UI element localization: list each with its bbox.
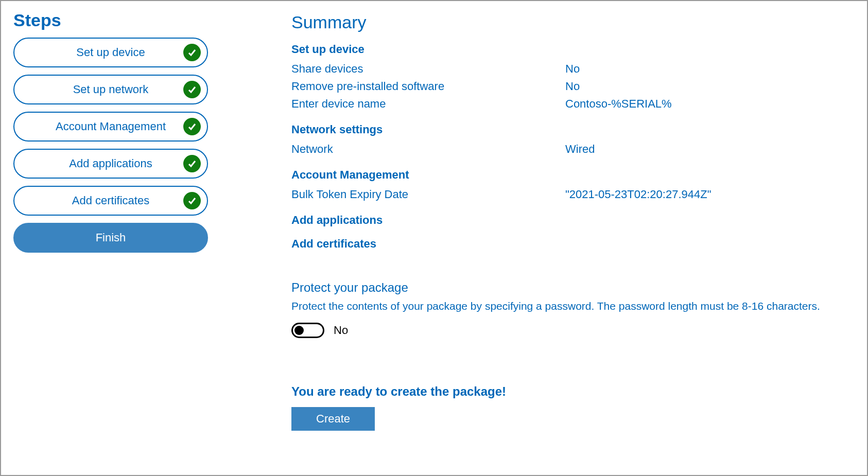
section-network-heading: Network settings xyxy=(291,123,855,136)
step-label: Finish xyxy=(96,231,126,244)
summary-label: Bulk Token Expiry Date xyxy=(291,186,565,203)
step-add-applications[interactable]: Add applications xyxy=(13,149,208,179)
summary-value: Wired xyxy=(565,140,855,158)
step-label: Add applications xyxy=(69,157,152,170)
steps-sidebar: Steps Set up device Set up network Accou… xyxy=(13,10,219,466)
step-label: Add certificates xyxy=(72,194,149,207)
sidebar-title: Steps xyxy=(13,10,219,30)
step-label: Set up device xyxy=(76,46,145,59)
ready-section: You are ready to create the package! Cre… xyxy=(291,384,855,431)
protect-title: Protect your package xyxy=(291,280,855,295)
section-account-heading: Account Management xyxy=(291,168,855,182)
summary-label: Share devices xyxy=(291,60,565,78)
summary-label: Network xyxy=(291,140,565,158)
section-certs-heading: Add certificates xyxy=(291,237,855,251)
toggle-knob xyxy=(294,326,304,335)
step-label: Set up network xyxy=(73,83,149,96)
summary-row: Bulk Token Expiry Date "2021-05-23T02:20… xyxy=(291,186,855,203)
summary-row: Remove pre-installed software No xyxy=(291,78,855,95)
summary-value: Contoso-%SERIAL% xyxy=(565,95,855,113)
create-button[interactable]: Create xyxy=(291,407,375,431)
summary-value: No xyxy=(565,78,855,95)
protect-description: Protect the contents of your package by … xyxy=(291,300,855,312)
summary-value: No xyxy=(565,60,855,78)
check-icon xyxy=(183,81,201,98)
step-label: Account Management xyxy=(56,120,166,133)
summary-value: "2021-05-23T02:20:27.944Z" xyxy=(565,186,855,203)
section-apps-heading: Add applications xyxy=(291,214,855,227)
step-finish[interactable]: Finish xyxy=(13,223,208,253)
summary-row: Enter device name Contoso-%SERIAL% xyxy=(291,95,855,113)
ready-title: You are ready to create the package! xyxy=(291,384,855,399)
check-icon xyxy=(183,118,201,135)
protect-toggle-row: No xyxy=(291,323,855,338)
protect-section: Protect your package Protect the content… xyxy=(291,280,855,338)
section-setup-device-heading: Set up device xyxy=(291,43,855,56)
step-account-management[interactable]: Account Management xyxy=(13,112,208,142)
check-icon xyxy=(183,155,201,172)
check-icon xyxy=(183,44,201,61)
main-content: Summary Set up device Share devices No R… xyxy=(219,10,855,466)
step-add-certificates[interactable]: Add certificates xyxy=(13,186,208,216)
summary-row: Network Wired xyxy=(291,140,855,158)
protect-toggle-state: No xyxy=(334,324,348,337)
step-setup-network[interactable]: Set up network xyxy=(13,75,208,104)
summary-label: Enter device name xyxy=(291,95,565,113)
protect-toggle[interactable] xyxy=(291,323,324,338)
summary-row: Share devices No xyxy=(291,60,855,78)
check-icon xyxy=(183,192,201,209)
summary-label: Remove pre-installed software xyxy=(291,78,565,95)
step-setup-device[interactable]: Set up device xyxy=(13,38,208,67)
page-title: Summary xyxy=(291,12,855,32)
